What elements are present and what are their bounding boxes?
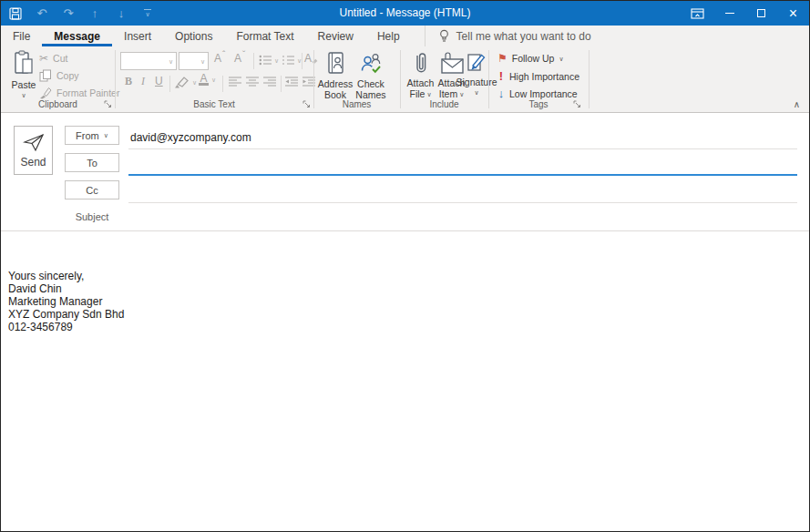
chevron-down-icon: ∨ [274,57,279,64]
high-importance-icon: ! [497,69,505,83]
ribbon-tabs: File Message Insert Options Format Text … [1,26,809,46]
attach-item-button[interactable]: Attach Item∨ [436,51,467,99]
collapse-ribbon-icon[interactable]: ∧ [794,99,800,109]
title-bar: ↶ ↷ ↑ ↓ ∨ Untitled - Message (HTML) × [1,1,809,26]
signature-button[interactable]: Signature ∨ [464,51,489,96]
tell-me-label: Tell me what you want to do [456,30,591,43]
from-field[interactable]: david@xyzcompany.com [128,126,797,149]
highlight-pen-icon [174,75,190,89]
align-left-button[interactable] [229,77,242,87]
chevron-down-icon: ∨ [200,58,205,65]
chevron-down-icon: ∨ [169,58,173,65]
chevron-down-icon: ∨ [192,79,197,86]
decrease-indent-button[interactable] [285,77,299,87]
flag-icon: ⚑ [497,52,508,65]
from-value: david@xyzcompany.com [130,131,251,144]
signature-line: Yours sincerely, [8,270,800,282]
copy-icon [39,69,52,82]
font-color-icon: A [199,73,209,86]
underline-button[interactable]: U [155,75,163,87]
address-book-button[interactable]: Address Book [319,51,352,100]
chevron-down-icon: ∨ [104,132,108,138]
numbering-icon [282,55,295,66]
shrink-font-button[interactable]: Aˇ [234,52,245,65]
clipboard-dialog-launcher[interactable] [104,100,112,108]
signature-line: David Chin [8,282,800,295]
font-size-combo[interactable]: ∨ [179,52,209,70]
italic-button[interactable]: I [141,75,145,88]
align-center-icon [246,77,260,87]
chevron-down-icon: ∨ [211,77,216,83]
font-name-combo[interactable]: ∨ [120,52,177,70]
signature-line: 012-3456789 [8,321,800,333]
check-names-icon [359,51,384,76]
close-icon[interactable]: × [777,1,809,26]
signature-line: Marketing Manager [8,295,800,308]
attach-file-button[interactable]: Attach File∨ [405,51,436,99]
low-importance-icon: ↓ [497,87,505,100]
to-field[interactable] [128,152,797,176]
high-importance-button[interactable]: ! High Importance [497,69,579,83]
bullets-icon [259,55,272,66]
paste-label: Paste [12,79,36,90]
outlook-message-window: ↶ ↷ ↑ ↓ ∨ Untitled - Message (HTML) × Fi… [0,0,810,532]
ribbon-display-options-icon[interactable] [682,1,713,26]
include-group-label: Include [400,99,488,109]
decrease-indent-icon [285,77,299,87]
subject-field[interactable] [128,207,797,230]
align-right-icon [263,77,277,87]
tab-options[interactable]: Options [163,26,224,46]
low-importance-button[interactable]: ↓ Low Importance [497,87,578,100]
chevron-down-icon: ∨ [474,89,478,96]
tab-file[interactable]: File [1,26,42,46]
tags-dialog-launcher[interactable] [573,100,581,108]
attach-item-icon [439,51,465,76]
tab-review[interactable]: Review [306,26,365,46]
send-label: Send [20,156,46,169]
message-body-editor[interactable]: Yours sincerely, David Chin Marketing Ma… [1,231,809,531]
minimize-icon[interactable] [713,1,745,26]
send-plane-icon [23,133,45,152]
subject-label: Subject [65,211,119,222]
basic-text-group-label: Basic Text [115,99,313,109]
font-color-button[interactable]: A ∨ [199,73,216,86]
numbering-button[interactable]: ∨ [282,55,302,66]
tab-insert[interactable]: Insert [112,26,163,46]
send-button[interactable]: Send [14,126,53,175]
copy-button[interactable]: Copy [39,69,79,82]
basic-text-dialog-launcher[interactable] [302,100,311,108]
highlight-color-button[interactable]: ∨ [174,75,197,89]
maximize-icon[interactable] [745,1,777,26]
format-painter-button[interactable]: Format Painter [39,87,119,99]
tell-me-box[interactable]: Tell me what you want to do [425,26,591,46]
bold-button[interactable]: B [125,75,132,88]
tab-format-text[interactable]: Format Text [224,26,305,46]
follow-up-button[interactable]: ⚑ Follow Up ∨ [497,52,564,65]
clear-formatting-button[interactable]: A [304,52,317,65]
tab-message[interactable]: Message [42,26,112,46]
bullets-button[interactable]: ∨ [259,55,279,66]
to-button[interactable]: To [65,153,119,172]
check-names-button[interactable]: Check Names [353,51,389,100]
align-right-button[interactable] [263,77,277,87]
grow-font-button[interactable]: Aˆ [214,52,225,65]
tab-help[interactable]: Help [365,26,412,46]
names-group-label: Names [313,99,400,109]
signature-line: XYZ Company Sdn Bhd [8,308,800,321]
align-left-icon [229,77,242,87]
chevron-down-icon: ∨ [426,91,431,97]
align-center-button[interactable] [246,77,260,87]
cc-button[interactable]: Cc [65,180,119,200]
paste-button[interactable]: Paste ∨ [10,50,37,98]
from-button[interactable]: From ∨ [65,126,119,145]
paperclip-icon [414,51,428,76]
format-painter-icon [39,87,52,99]
cc-field[interactable] [128,179,797,203]
ribbon: Paste ∨ ✂ Cut Copy Format Painter Clipbo… [1,46,809,113]
compose-header: Send From ∨ To Cc Subject david@xyzcompa… [1,113,809,231]
cut-button[interactable]: ✂ Cut [39,52,67,65]
address-book-icon [325,51,345,76]
lightbulb-icon [438,29,450,44]
cut-icon: ✂ [39,52,48,65]
window-controls: × [682,1,809,26]
